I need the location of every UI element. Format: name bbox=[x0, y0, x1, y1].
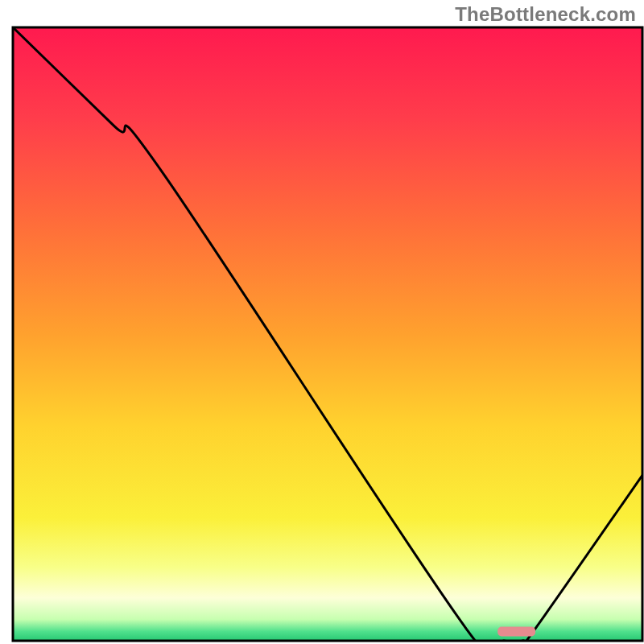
chart-container: TheBottleneck.com bbox=[0, 0, 644, 644]
bottleneck-chart bbox=[0, 0, 644, 644]
plot-area bbox=[13, 27, 642, 644]
optimal-marker bbox=[497, 627, 535, 637]
